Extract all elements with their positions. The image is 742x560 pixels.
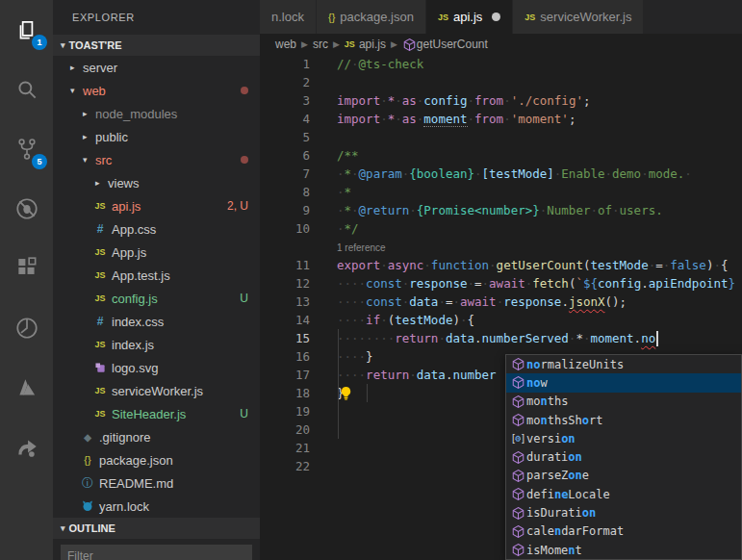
activitybar-gauge[interactable] <box>0 298 53 358</box>
tree-item-label: views <box>108 176 140 191</box>
search-icon <box>14 77 39 102</box>
symbol-method-icon <box>511 524 525 539</box>
line-content: ····return·data.number <box>337 366 497 384</box>
tab-api.js[interactable]: JSapi.js <box>426 0 513 34</box>
suggest-item-calendarFormat[interactable]: calendarFormat <box>506 522 741 541</box>
modified-dot-badge <box>241 153 248 166</box>
vscode-window: 15 EXPLORER ▾ TOAST'RE ▸server▾web▸node_… <box>0 0 742 560</box>
tree-item-api.js[interactable]: JSapi.js2, U <box>53 194 260 217</box>
code-line-6[interactable]: 6/** <box>260 146 742 165</box>
line-content: ·*/ <box>337 219 359 238</box>
code-line-11[interactable]: 11export·async·function·getUserCount(tes… <box>260 256 742 274</box>
activitybar-share[interactable] <box>0 418 53 477</box>
suggest-item-parseZone[interactable]: parseZone <box>506 467 741 485</box>
suggest-item-defineLocale[interactable]: defineLocale <box>506 485 741 503</box>
tree-item-label: App.js <box>112 245 146 260</box>
tree-item-App.css[interactable]: #App.css <box>53 217 260 241</box>
tree-item-web[interactable]: ▾web <box>53 79 260 102</box>
code-line-14[interactable]: 14····if·(testMode)·{ <box>260 311 742 329</box>
tree-item-SiteHeader.js[interactable]: JSSiteHeader.jsU <box>53 402 260 425</box>
code-line-15[interactable]: 15········return·data.numberServed·*·mom… <box>260 329 742 347</box>
tree-item-label: serviceWorker.js <box>112 384 203 398</box>
activitybar-source-control[interactable]: 5 <box>0 119 53 179</box>
codelens-references[interactable]: 1 reference <box>337 242 386 253</box>
code-line-2[interactable]: 2 <box>260 73 742 91</box>
activitybar-explorer[interactable]: 1 <box>0 0 53 60</box>
symbol-method-icon <box>511 375 525 390</box>
suggest-item-now[interactable]: now <box>506 373 741 392</box>
dirty-dot-icon[interactable] <box>492 13 500 21</box>
tab-package.json[interactable]: {}package.json <box>317 0 426 34</box>
file-tree: ▸server▾web▸node_modules▸public▾src▸view… <box>53 56 260 518</box>
tree-item-label: api.js <box>112 199 141 214</box>
breadcrumb-web[interactable]: web <box>275 38 296 51</box>
tab-serviceWorker.js[interactable]: JSserviceWorker.js <box>513 0 644 34</box>
code-line-4[interactable]: 4import·*·as·moment·from·'moment'; <box>260 110 742 128</box>
tree-item-App.js[interactable]: JSApp.js <box>53 241 260 264</box>
extensions-icon <box>14 256 39 281</box>
activitybar-azure[interactable] <box>0 358 53 418</box>
suggest-item-isDuration[interactable]: isDuration <box>506 503 741 522</box>
tree-item-README.md[interactable]: ⓘREADME.md <box>53 471 260 495</box>
symbol-method-icon <box>511 543 525 557</box>
tree-item-label: README.md <box>99 476 173 491</box>
tree-item-.gitignore[interactable]: ◆.gitignore <box>53 425 260 448</box>
line-content: ····} <box>337 347 373 366</box>
symbol-method-icon <box>511 413 525 427</box>
lightbulb-icon[interactable] <box>339 386 353 400</box>
tree-item-node_modules[interactable]: ▸node_modules <box>53 102 260 125</box>
line-number: 14 <box>260 311 310 329</box>
suggest-label: isMoment <box>526 544 582 557</box>
project-section-header[interactable]: ▾ TOAST'RE <box>53 35 260 56</box>
suggest-item-normalizeUnits[interactable]: normalizeUnits <box>506 355 741 373</box>
activitybar-extensions[interactable] <box>0 239 53 298</box>
code-line-3[interactable]: 3import·*·as·config·from·'./config'; <box>260 91 742 110</box>
code-line-13[interactable]: 13····const·data·=·await·response.jsonX(… <box>260 293 742 311</box>
tab-n.lock[interactable]: n.lock <box>260 0 317 34</box>
activitybar-search[interactable] <box>0 60 53 119</box>
tree-item-server[interactable]: ▸server <box>53 56 260 79</box>
tree-item-logo.svg[interactable]: logo.svg <box>53 356 260 379</box>
activitybar-debug[interactable] <box>0 179 53 239</box>
line-content: export·async·function·getUserCount(testM… <box>337 256 729 274</box>
tree-item-config.js[interactable]: JSconfig.jsU <box>53 287 260 310</box>
code-line-10[interactable]: 10·*/ <box>260 219 742 238</box>
tree-item-label: App.css <box>112 222 156 237</box>
tree-item-serviceWorker.js[interactable]: JSserviceWorker.js <box>53 379 260 402</box>
tree-item-yarn.lock[interactable]: yarn.lock <box>53 495 260 518</box>
tree-item-index.js[interactable]: JSindex.js <box>53 333 260 356</box>
code-line-12[interactable]: 12····const·response·=·await·fetch(`${co… <box>260 274 742 293</box>
debug-slash-icon <box>14 196 39 221</box>
breadcrumb-getUserCount[interactable]: getUserCount <box>402 38 488 52</box>
js-icon: JS <box>92 293 108 303</box>
line-content: ·*·@return·{Promise<number>}·Number·of·u… <box>337 201 663 219</box>
breadcrumb-src[interactable]: src <box>313 38 328 51</box>
code-line-8[interactable]: 8·* <box>260 183 742 201</box>
line-number: 16 <box>260 347 310 366</box>
code-line-5[interactable]: 5 <box>260 128 742 146</box>
tree-item-label: server <box>83 61 117 75</box>
suggest-item-version[interactable]: [⚙]version <box>506 429 741 447</box>
code-line-1[interactable]: 1//·@ts-check <box>260 55 742 73</box>
code-line-7[interactable]: 7·*·@param·{boolean}·[testMode]·Enable·d… <box>260 165 742 183</box>
outline-section-header[interactable]: ▾ OUTLINE <box>53 518 260 539</box>
tree-item-package.json[interactable]: {}package.json <box>53 448 260 471</box>
source-control-badge: 5 <box>32 154 47 169</box>
suggest-item-months[interactable]: months <box>506 393 741 411</box>
suggest-label: parseZone <box>526 469 589 482</box>
symbol-method-icon <box>402 38 417 52</box>
chevron-right-icon: ▸ <box>95 178 108 188</box>
tree-item-index.css[interactable]: #index.css <box>53 310 260 333</box>
breadcrumb-api.js[interactable]: JSapi.js <box>345 38 386 51</box>
suggest-item-duration[interactable]: duration <box>506 447 741 466</box>
suggest-item-monthsShort[interactable]: monthsShort <box>506 411 741 429</box>
tree-item-views[interactable]: ▸views <box>53 171 260 194</box>
tree-item-App.test.js[interactable]: JSApp.test.js <box>53 264 260 287</box>
outline-filter-input[interactable] <box>61 545 252 560</box>
tree-item-src[interactable]: ▾src <box>53 148 260 171</box>
line-number: 12 <box>260 274 310 293</box>
suggest-item-isMoment[interactable]: isMoment <box>506 541 741 559</box>
tab-label: api.js <box>453 10 482 24</box>
code-line-9[interactable]: 9·*·@return·{Promise<number>}·Number·of·… <box>260 201 742 219</box>
tree-item-public[interactable]: ▸public <box>53 125 260 148</box>
